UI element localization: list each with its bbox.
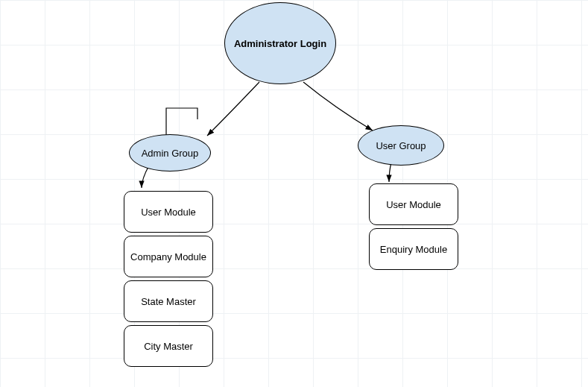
node-admin-group: Admin Group (129, 134, 211, 172)
node-label: Enquiry Module (380, 244, 447, 255)
node-label: Admin Group (142, 148, 199, 159)
edge-root-to-user (303, 82, 373, 130)
node-label: User Module (386, 199, 441, 210)
node-label: State Master (141, 296, 196, 307)
node-admin-module: City Master (124, 325, 213, 367)
node-admin-module: User Module (124, 191, 213, 233)
node-label: Company Module (130, 251, 206, 262)
node-user-group: User Group (358, 125, 444, 166)
node-admin-module: State Master (124, 280, 213, 322)
node-label: User Module (141, 207, 196, 218)
node-administrator-login: Administrator Login (224, 2, 336, 84)
diagram-canvas: Administrator Login Admin Group User Gro… (0, 0, 588, 387)
edge-user-to-modules (389, 163, 391, 182)
node-user-module: Enquiry Module (369, 228, 458, 270)
node-label: Administrator Login (234, 38, 326, 49)
node-user-module: User Module (369, 183, 458, 225)
node-label: City Master (144, 341, 193, 352)
node-label: User Group (376, 140, 426, 151)
node-admin-module: Company Module (124, 236, 213, 277)
edge-admin-self-loop (166, 108, 197, 138)
edge-admin-to-modules (142, 166, 149, 188)
edge-root-to-admin (207, 82, 259, 136)
